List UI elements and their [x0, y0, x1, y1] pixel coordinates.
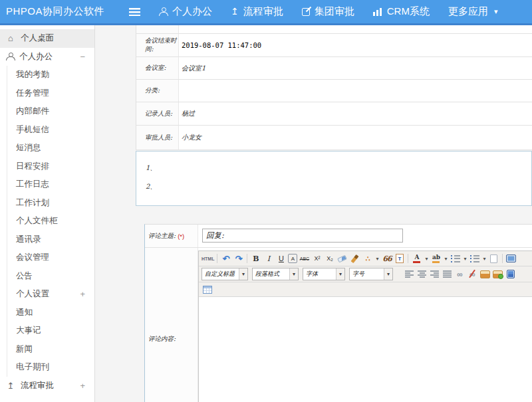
- chevron-down-icon[interactable]: ▾: [374, 253, 380, 264]
- align-justify-icon[interactable]: [442, 268, 453, 280]
- paste-as-text-icon[interactable]: T: [394, 253, 405, 264]
- superscript-icon[interactable]: X²: [311, 253, 323, 264]
- highlight-color-icon[interactable]: ab: [430, 253, 442, 264]
- nav-item-more-apps[interactable]: 更多应用 ▾: [448, 5, 498, 18]
- new-document-icon[interactable]: [488, 253, 499, 264]
- sidebar-item-e-journal[interactable]: 电子期刊: [7, 358, 94, 377]
- sidebar-item-notice[interactable]: 通知: [7, 304, 94, 322]
- align-left-icon[interactable]: [404, 268, 415, 280]
- font-family-select[interactable]: 字体 ▾: [303, 268, 345, 280]
- sidebar-item-short-message[interactable]: 短消息: [7, 139, 94, 157]
- redo-icon[interactable]: ↷: [233, 253, 244, 264]
- expand-icon[interactable]: +: [80, 381, 85, 391]
- workflow-icon: ↥: [6, 381, 15, 390]
- chevron-down-icon[interactable]: ▾: [443, 253, 448, 264]
- table-row-approver: 审批人员: 小龙女: [136, 126, 532, 150]
- sidebar-item-work-plan[interactable]: 工作计划: [7, 194, 94, 213]
- remove-format-icon[interactable]: [336, 253, 348, 264]
- select-value: 自定义标题: [202, 270, 239, 278]
- table-row-category: 分类:: [136, 80, 532, 102]
- upload-image-icon[interactable]: [492, 268, 503, 280]
- strikethrough-icon[interactable]: ABC: [299, 253, 310, 264]
- edit-icon: [302, 8, 310, 16]
- editor-content-area[interactable]: [199, 297, 532, 402]
- expand-icon[interactable]: +: [80, 289, 85, 299]
- insert-link-icon[interactable]: ∞: [454, 268, 466, 280]
- menu-toggle-icon[interactable]: [129, 8, 140, 16]
- font-size-select[interactable]: 字号 ▾: [349, 268, 393, 280]
- comment-content-label: 评论内容:: [145, 248, 198, 402]
- sidebar-item-news[interactable]: 新闻: [7, 340, 94, 359]
- rich-text-editor: HTML ↶ ↷ B I U A ABC X² X₂ ∴: [198, 248, 532, 402]
- italic-icon[interactable]: I: [263, 253, 274, 264]
- field-value: 会议室1: [179, 57, 532, 79]
- chevron-down-icon: ▾: [494, 7, 498, 16]
- select-value: 字体: [303, 270, 336, 278]
- undo-icon[interactable]: ↶: [220, 253, 231, 264]
- paragraph-format-select[interactable]: 段落格式 ▾: [252, 268, 299, 280]
- font-color-icon[interactable]: A: [411, 253, 422, 264]
- sidebar-item-file-cabinet[interactable]: 个人文件柜: [7, 212, 94, 231]
- align-center-icon[interactable]: [416, 268, 428, 280]
- app-logo[interactable]: PHPOA协同办公软件: [0, 5, 125, 18]
- nav-item-group-approval[interactable]: 集团审批: [302, 5, 354, 18]
- align-right-icon[interactable]: [429, 268, 440, 280]
- comment-subject-input[interactable]: [202, 229, 403, 243]
- sidebar-item-tasks[interactable]: 任务管理: [7, 84, 94, 103]
- sidebar-item-memorabilia[interactable]: 大事记: [7, 322, 94, 340]
- sidebar-item-label: 短消息: [16, 142, 41, 153]
- nav-item-workflow-approval[interactable]: ↥ 流程审批: [231, 5, 283, 18]
- field-label: 审批人员:: [136, 126, 179, 150]
- char-border-icon[interactable]: A: [288, 254, 297, 263]
- nav-item-crm[interactable]: CRM系统: [373, 5, 430, 18]
- sidebar-item-label: 会议管理: [16, 252, 49, 263]
- sidebar-item-work-log[interactable]: 工作日志: [7, 175, 94, 194]
- chevron-down-icon[interactable]: ▾: [462, 253, 467, 264]
- meeting-detail-table: 会议结束时间: 2019-08-07 11:47:00 会议室: 会议室1 分类…: [136, 25, 532, 150]
- comment-subject-row: 评论主题: (*): [145, 225, 532, 248]
- collapse-icon[interactable]: −: [80, 52, 85, 62]
- format-brush-icon[interactable]: [349, 253, 360, 264]
- sidebar-item-workflow-approval[interactable]: ↥ 流程审批 +: [0, 377, 94, 395]
- remove-link-icon[interactable]: ∞: [467, 268, 478, 280]
- insert-table-icon[interactable]: [201, 284, 213, 295]
- sidebar-item-announcement[interactable]: 公告: [7, 267, 94, 286]
- sidebar-item-desktop[interactable]: ⌂ 个人桌面: [0, 29, 94, 48]
- sidebar-item-schedule[interactable]: 日程安排: [7, 157, 94, 176]
- editor-toolbar-row1: HTML ↶ ↷ B I U A ABC X² X₂ ∴: [199, 251, 532, 266]
- bold-icon[interactable]: B: [250, 253, 261, 264]
- main-content: 会议结束时间: 2019-08-07 11:47:00 会议室: 会议室1 分类…: [96, 25, 532, 402]
- field-label: 分类:: [136, 80, 179, 102]
- chevron-down-icon: ▾: [289, 268, 298, 280]
- unordered-list-icon[interactable]: [469, 253, 480, 264]
- sidebar-item-attendance[interactable]: 我的考勤: [7, 66, 94, 84]
- eraser-icon: [338, 254, 348, 262]
- field-label: 会议室:: [136, 57, 179, 79]
- insert-image-icon[interactable]: [479, 268, 491, 280]
- note-line: 2、: [146, 177, 531, 196]
- insert-media-icon[interactable]: [505, 268, 516, 280]
- nav-item-personal-office[interactable]: 个人办公: [159, 5, 212, 18]
- sidebar-item-label: 流程审批: [21, 380, 54, 391]
- text-effects-icon[interactable]: ∴: [362, 253, 373, 264]
- sidebar-item-internal-mail[interactable]: 内部邮件: [7, 102, 94, 121]
- sidebar-item-sms[interactable]: 手机短信: [7, 121, 94, 140]
- fullscreen-icon[interactable]: [505, 253, 517, 264]
- subscript-icon[interactable]: X₂: [324, 253, 335, 264]
- heading-select[interactable]: 自定义标题 ▾: [201, 268, 248, 280]
- underline-icon[interactable]: U: [275, 253, 287, 264]
- blockquote-icon[interactable]: 66: [381, 253, 392, 264]
- workflow-icon: ↥: [231, 7, 239, 16]
- chevron-down-icon[interactable]: ▾: [424, 253, 429, 264]
- sidebar-item-personal-office[interactable]: 个人办公 −: [0, 48, 94, 66]
- sidebar-item-personal-settings[interactable]: 个人设置 +: [7, 285, 94, 304]
- field-value: 杨过: [179, 102, 532, 125]
- ordered-list-icon[interactable]: [450, 253, 461, 264]
- chevron-down-icon[interactable]: ▾: [481, 253, 487, 264]
- sidebar-item-contacts[interactable]: 通讯录: [7, 231, 94, 249]
- nav-label: 流程审批: [243, 5, 283, 18]
- field-value: [179, 80, 532, 102]
- html-source-button[interactable]: HTML: [201, 253, 214, 264]
- sidebar-item-meeting-management[interactable]: 会议管理: [7, 249, 94, 267]
- field-label: 记录人员:: [136, 102, 179, 125]
